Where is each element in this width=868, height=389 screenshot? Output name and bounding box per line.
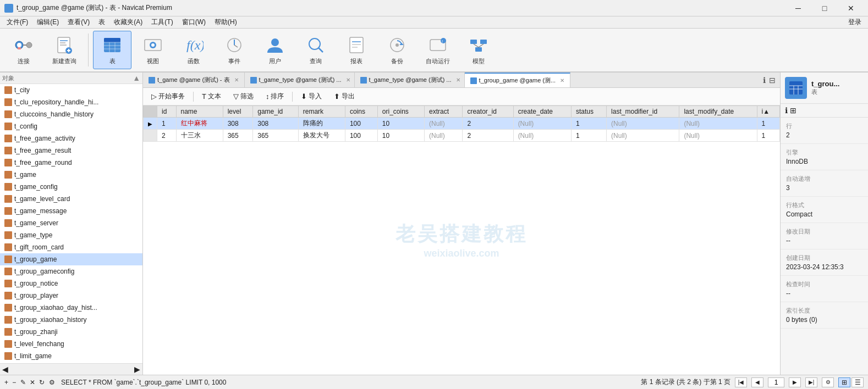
sidebar-scroll-left[interactable]: ◀ <box>2 365 8 374</box>
minimize-button[interactable]: ─ <box>785 0 811 16</box>
sidebar-item-t_group_gameconfig[interactable]: t_group_gameconfig <box>0 265 142 277</box>
toolbar-new-query[interactable]: 新建查询 <box>45 31 84 69</box>
cell-level[interactable]: 365 <box>223 130 253 142</box>
menu-favorites[interactable]: 收藏夹(A) <box>109 16 147 28</box>
tab-close-icon[interactable]: ✕ <box>456 77 460 83</box>
cell-last_modify_date[interactable]: (Null) <box>679 130 757 142</box>
sidebar-item-t_group_notice[interactable]: t_group_notice <box>0 277 142 290</box>
sidebar-item-t_free_game_result[interactable]: t_free_game_result <box>0 145 142 157</box>
table-row[interactable]: ▶ 1 红中麻将 308 308 阵痛的 100 10 (Null) 2 (Nu… <box>144 118 780 130</box>
right-panel-info-icon[interactable]: ℹ <box>785 106 788 115</box>
col-create_date[interactable]: create_date <box>513 106 571 118</box>
sidebar-item-t_game_config[interactable]: t_game_config <box>0 181 142 193</box>
menu-edit[interactable]: 编辑(E) <box>32 16 63 28</box>
sidebar-item-t_free_game_round[interactable]: t_free_game_round <box>0 157 142 169</box>
add-record-btn[interactable]: + <box>4 379 8 386</box>
settings-btn[interactable]: ⚙ <box>49 379 55 386</box>
grid-view-button[interactable]: ⊞ <box>838 377 850 387</box>
cell-ori_coins[interactable]: 10 <box>377 130 424 142</box>
col-id[interactable]: id <box>157 106 177 118</box>
cell-extra[interactable]: 1 <box>757 118 779 130</box>
sidebar-item-t_group_zhanji[interactable]: t_group_zhanji <box>0 326 142 338</box>
cell-game_id[interactable]: 308 <box>253 118 299 130</box>
menu-view[interactable]: 查看(V) <box>63 16 94 28</box>
cell-coins[interactable]: 100 <box>345 130 377 142</box>
cell-name[interactable]: 十三水 <box>176 130 223 142</box>
info-icon[interactable]: ℹ <box>763 76 766 85</box>
cell-creator_id[interactable]: 2 <box>463 118 513 130</box>
sidebar-scroll-right[interactable]: ▶ <box>134 365 140 374</box>
cell-create_date[interactable]: (Null) <box>513 118 571 130</box>
maximize-button[interactable]: □ <box>812 0 837 16</box>
cell-last_modifier_id[interactable]: (Null) <box>607 130 679 142</box>
sidebar-item-t_group_xiaohao_history[interactable]: t_group_xiaohao_history <box>0 314 142 326</box>
cell-ori_coins[interactable]: 10 <box>377 118 424 130</box>
tab-t_group_game[interactable]: t_group_game @game (测... ✕ <box>465 73 571 87</box>
start-task-button[interactable]: ▷ 开始事务 <box>147 90 189 103</box>
last-page-button[interactable]: ▶| <box>805 377 817 387</box>
sidebar-item-t_game_server[interactable]: t_game_server <box>0 217 142 229</box>
first-page-button[interactable]: |◀ <box>735 377 747 387</box>
col-last_modify_date[interactable]: last_modify_date <box>679 106 757 118</box>
cell-coins[interactable]: 100 <box>345 118 377 130</box>
sidebar-item-t_level_fenchang[interactable]: t_level_fenchang <box>0 338 142 350</box>
col-game_id[interactable]: game_id <box>253 106 299 118</box>
toolbar-event[interactable]: 事件 <box>215 31 254 69</box>
close-button[interactable]: ✕ <box>838 0 864 16</box>
col-extra[interactable]: i▲ <box>757 106 779 118</box>
export-button[interactable]: ⬆ 导出 <box>330 90 359 103</box>
sidebar-item-t_group_player[interactable]: t_group_player <box>0 290 142 302</box>
col-ori_coins[interactable]: ori_coins <box>377 106 424 118</box>
tab-close-icon[interactable]: ✕ <box>234 77 239 83</box>
col-status[interactable]: status <box>571 106 606 118</box>
cell-status[interactable]: 1 <box>571 118 606 130</box>
cell-id[interactable]: 2 <box>157 130 177 142</box>
tab-t_game[interactable]: t_game @game (测试) - 表 ✕ <box>143 73 245 87</box>
tab-close-icon[interactable]: ✕ <box>346 77 350 83</box>
form-view-button[interactable]: ☰ <box>851 377 864 387</box>
next-page-button[interactable]: ▶ <box>789 377 801 387</box>
sidebar-item-t_free_game_activity[interactable]: t_free_game_activity <box>0 132 142 145</box>
edit-record-btn[interactable]: ✎ <box>20 379 26 386</box>
sort-button[interactable]: ↕ 排序 <box>262 90 288 103</box>
cell-last_modify_date[interactable]: (Null) <box>679 118 757 130</box>
tab-t_game_type_1[interactable]: t_game_type @game (测试) ... ✕ <box>245 73 355 87</box>
sidebar-item-t_group_xiaohao_day[interactable]: t_group_xiaohao_day_hist... <box>0 302 142 314</box>
cell-remark[interactable]: 换发大号 <box>298 130 345 142</box>
page-number-input[interactable] <box>768 377 784 387</box>
text-button[interactable]: T 文本 <box>198 90 225 103</box>
discard-btn[interactable]: ✕ <box>30 379 35 386</box>
col-last_modifier_id[interactable]: last_modifier_id <box>607 106 679 118</box>
prev-page-button[interactable]: ◀ <box>751 377 763 387</box>
toolbar-autorun[interactable]: ! 自动运行 <box>419 31 457 69</box>
refresh-btn[interactable]: ↻ <box>39 379 45 386</box>
sidebar-item-t_game_type[interactable]: t_game_type <box>0 229 142 241</box>
sidebar-item-t_clu[interactable]: t_clu_repository_handle_hi... <box>0 96 142 108</box>
menu-window[interactable]: 窗口(W) <box>178 16 210 28</box>
filter-button[interactable]: ▽ 筛选 <box>229 90 257 103</box>
sidebar-item-t_cluccoins[interactable]: t_cluccoins_handle_history <box>0 108 142 120</box>
right-panel-grid-icon[interactable]: ⊞ <box>790 106 796 115</box>
cell-status[interactable]: 1 <box>571 130 606 142</box>
col-level[interactable]: level <box>223 106 253 118</box>
sidebar-item-t_game_message[interactable]: t_game_message <box>0 205 142 217</box>
cell-extract[interactable]: (Null) <box>425 130 463 142</box>
menu-tools[interactable]: 工具(T) <box>147 16 177 28</box>
cell-name[interactable]: 红中麻将 <box>176 118 223 130</box>
cell-id[interactable]: 1 <box>157 118 177 130</box>
sidebar-scroll-up[interactable]: ▲ <box>133 74 140 82</box>
toolbar-table[interactable]: 表 <box>93 31 131 69</box>
menu-file[interactable]: 文件(F) <box>2 16 32 28</box>
col-coins[interactable]: coins <box>345 106 377 118</box>
col-name[interactable]: name <box>176 106 223 118</box>
col-remark[interactable]: remark <box>298 106 345 118</box>
cell-extra[interactable]: 1 <box>757 130 779 142</box>
delete-record-btn[interactable]: − <box>12 379 16 386</box>
cell-extract[interactable]: (Null) <box>425 118 463 130</box>
layout-icon[interactable]: ⊟ <box>769 76 776 85</box>
sidebar-item-t_config[interactable]: t_config <box>0 120 142 132</box>
table-row[interactable]: 2 十三水 365 365 换发大号 100 10 (Null) 2 (Null… <box>144 130 780 142</box>
toolbar-view[interactable]: 视图 <box>134 31 172 69</box>
page-settings-button[interactable]: ⚙ <box>822 377 834 387</box>
cell-create_date[interactable]: (Null) <box>513 130 571 142</box>
